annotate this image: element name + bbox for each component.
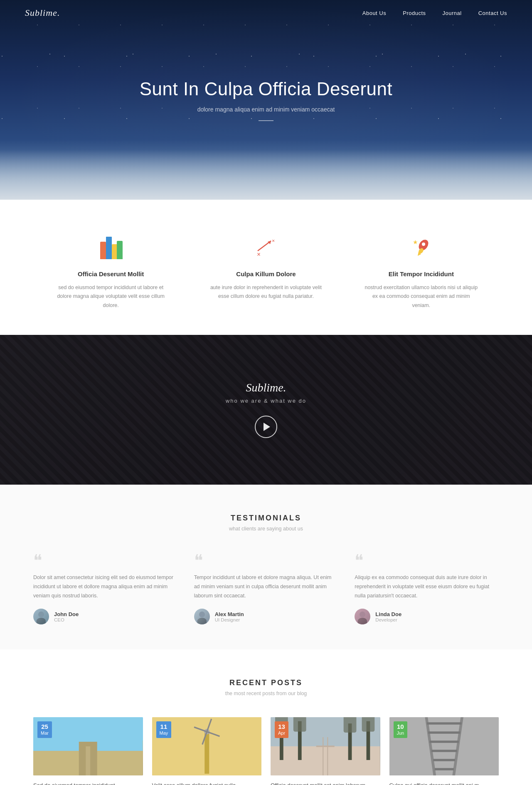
hero-title: Sunt In Culpa Officia Deserunt [140,79,393,99]
hero-divider [259,120,273,121]
avatar-3 [355,609,370,624]
svg-text:×: × [257,251,261,258]
recent-posts-title: RECENT POSTS [33,679,499,687]
post-2-title: Velit esse cillum dollore fugiat nulla. [152,781,262,785]
books-icon [99,236,123,259]
testimonial-1-author: John Doe CEO [33,609,177,624]
post-4-image: 10 Jun [389,717,499,775]
navigation: Sublime. About Us Products Journal Conta… [0,0,532,26]
recent-posts-section: RECENT POSTS the most recent posts from … [0,649,532,785]
feature-3-title: Elit Tempor Incididunt [363,270,479,277]
feature-3-icon: ★ [406,233,436,262]
author-2-info: Alex Martin UI Designer [215,611,244,622]
author-3-role: Developer [375,617,401,622]
nav-logo: Sublime. [25,7,60,18]
hero-section: Sunt In Culpa Officia Deserunt dolore ma… [0,0,532,200]
avatar-2 [194,609,210,624]
svg-rect-33 [293,717,306,732]
post-2-date: 11 May [156,721,172,738]
feature-1: Officia Deserunt Mollit sed do eiusmod t… [53,233,169,310]
testimonial-2: ❝ Tempor incididunt ut labore et dolore … [194,552,338,625]
video-tagline: who we are & what we do [226,398,306,404]
testimonial-2-text: Tempor incididunt ut labore et dolore ma… [194,573,338,601]
feature-2-title: Culpa Killum Dolore [208,270,324,277]
nav-about[interactable]: About Us [362,10,386,16]
author-1-role: CEO [54,617,79,622]
post-1[interactable]: 25 Mar Sed do eiusmod tempor incididunt. [33,717,143,785]
svg-rect-35 [362,717,375,732]
feature-1-icon [96,233,126,262]
posts-grid: 25 Mar Sed do eiusmod tempor incididunt. [33,717,499,785]
author-3-info: Linda Doe Developer [375,611,401,622]
nav-journal[interactable]: Journal [443,10,462,16]
post-3[interactable]: 13 Apr Officia deserunt mollit est anim … [271,717,380,785]
post-2[interactable]: 11 May Velit esse cillum dollore fugiat … [152,717,262,785]
quote-mark-1: ❝ [33,552,177,569]
feature-3-text: nostrud exercitation ullamco laboris nis… [363,283,479,310]
author-2-role: UI Designer [215,617,244,622]
post-1-title: Sed do eiusmod tempor incididunt. [33,781,143,785]
nav-products[interactable]: Products [403,10,426,16]
svg-rect-27 [271,746,380,775]
quote-mark-3: ❝ [355,552,499,569]
video-section: Sublime. who we are & what we do [0,335,532,485]
author-1-name: John Doe [54,611,79,617]
post-3-image: 13 Apr [271,717,380,775]
video-bg [0,335,532,485]
feature-2-text: aute irure dolor in reprehenderit in vol… [208,283,324,301]
feature-3: ★ Elit Tempor Incididunt nostrud exercit… [363,233,479,310]
testimonials-subtitle: what clients are saying about us [33,526,499,532]
video-logo: Sublime. [246,381,286,394]
testimonials-section: TESTIMONIALS what clients are saying abo… [0,485,532,650]
testimonial-1-text: Dolor sit amet consectetur isicing elit … [33,573,177,601]
feature-1-title: Officia Deserunt Mollit [53,270,169,277]
post-2-image: 11 May [152,717,262,775]
svg-text:×: × [272,238,275,244]
testimonial-3: ❝ Aliquip ex ea commodo consequat duis a… [355,552,499,625]
features-section: Officia Deserunt Mollit sed do eiusmod t… [0,200,532,335]
testimonial-2-author: Alex Martin UI Designer [194,609,338,624]
play-button[interactable] [255,416,277,438]
svg-point-10 [36,618,47,624]
post-4-date: 10 Jun [394,721,408,738]
feature-2: × × Culpa Killum Dolore aute irure dolor… [208,233,324,310]
author-2-name: Alex Martin [215,611,244,617]
testimonial-3-author: Linda Doe Developer [355,609,499,624]
svg-point-11 [199,612,205,617]
feature-2-icon: × × [251,233,281,262]
post-4-title: Culpa qui officia deserunt mollit ani m. [389,781,499,785]
post-3-date: 13 Apr [275,721,288,738]
post-4[interactable]: 10 Jun Culpa qui officia deserunt mollit… [389,717,499,785]
post-3-title: Officia deserunt mollit est anim laborum… [271,781,380,785]
svg-point-14 [357,618,368,624]
svg-point-5 [422,243,425,246]
rocket-icon: ★ [409,236,433,259]
testimonials-title: TESTIMONIALS [33,514,499,523]
nav-links: About Us Products Journal Contact Us [362,10,507,16]
hero-subtitle: dolore magna aliqua enim ad minim veniam… [140,106,393,113]
testimonial-1: ❝ Dolor sit amet consectetur isicing eli… [33,552,177,625]
hero-content: Sunt In Culpa Officia Deserunt dolore ma… [140,79,393,121]
svg-text:★: ★ [413,239,418,245]
post-1-date: 25 Mar [37,721,52,738]
recent-posts-subtitle: the most recent posts from our blog [33,691,499,696]
post-1-image: 25 Mar [33,717,143,775]
testimonial-3-text: Aliquip ex ea commodo consequat duis aut… [355,573,499,601]
svg-point-13 [360,612,365,617]
hero-bottom-fade [0,150,532,200]
strategy-icon: × × [254,236,278,259]
quote-mark-2: ❝ [194,552,338,569]
svg-rect-34 [344,717,357,733]
svg-rect-18 [86,746,90,775]
author-1-info: John Doe CEO [54,611,79,622]
svg-rect-20 [204,733,209,774]
avatar-1 [33,609,49,624]
testimonials-grid: ❝ Dolor sit amet consectetur isicing eli… [33,552,499,625]
nav-contact[interactable]: Contact Us [478,10,507,16]
feature-1-text: sed do eiusmod tempor incididunt ut labo… [53,283,169,310]
svg-point-9 [38,612,44,617]
svg-point-12 [197,618,207,624]
author-3-name: Linda Doe [375,611,401,617]
